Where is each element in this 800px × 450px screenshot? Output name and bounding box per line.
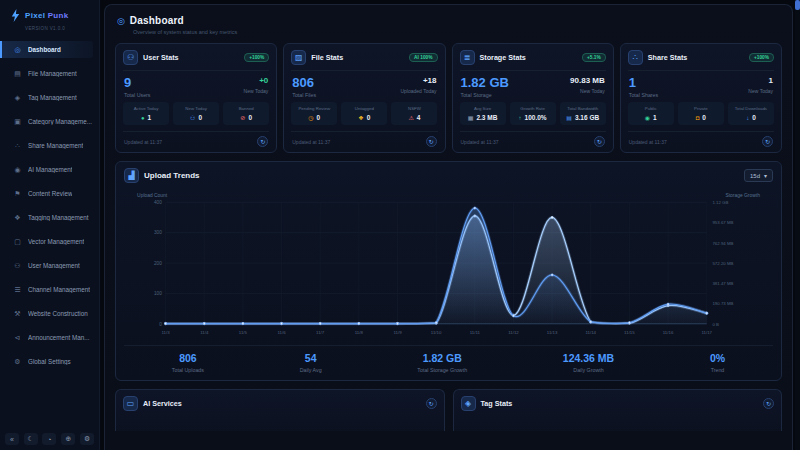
sidebar-item-share-management[interactable]: ∴Share Management bbox=[0, 137, 99, 154]
folder-icon: ▣ bbox=[13, 118, 22, 126]
sidebar-item-label: Global Settings bbox=[28, 358, 71, 365]
chevron-down-icon: ▾ bbox=[764, 172, 767, 179]
website-icon: ⚒ bbox=[13, 310, 22, 318]
sidebar-item-tagging-management[interactable]: ❖Tagging Management bbox=[0, 209, 99, 226]
sidebar-item-channel-management[interactable]: ☰Channel Management bbox=[0, 281, 99, 298]
mini-metric-label: Banned bbox=[224, 106, 268, 111]
mini-metric-value: 1 bbox=[653, 114, 657, 121]
summary-value: 54 bbox=[300, 352, 322, 364]
chart-svg: 010020030040011/311/411/511/611/711/811/… bbox=[124, 189, 773, 339]
mini-metric-label: Public bbox=[629, 106, 673, 111]
sidebar-item-announcement-man[interactable]: ⊲Announcement Man... bbox=[0, 329, 99, 346]
svg-text:11/10: 11/10 bbox=[431, 331, 442, 336]
sidebar-item-label: Dashboard bbox=[28, 46, 61, 53]
mini-metric-value: 0 bbox=[199, 114, 203, 121]
svg-text:190.73 MB: 190.73 MB bbox=[712, 302, 733, 307]
user-stats-card: ⚇User Stats+100%9Total Users+0New TodayA… bbox=[115, 43, 277, 153]
summary-label: Daily Growth bbox=[563, 367, 614, 373]
refresh-icon[interactable]: ↻ bbox=[426, 136, 437, 147]
secondary-value: 90.83 MB bbox=[570, 76, 605, 86]
sidebar-item-label: User Management bbox=[28, 262, 80, 269]
svg-text:200: 200 bbox=[154, 261, 162, 266]
card-title: User Stats bbox=[143, 53, 239, 62]
sidebar-item-vector-management[interactable]: ▢Vector Management bbox=[0, 233, 99, 250]
svg-text:0: 0 bbox=[159, 322, 162, 327]
svg-text:11/4: 11/4 bbox=[200, 331, 209, 336]
mini-metric-value: 100.0% bbox=[525, 114, 547, 121]
svg-text:11/17: 11/17 bbox=[701, 331, 712, 336]
svg-text:11/11: 11/11 bbox=[470, 331, 481, 336]
sidebar-item-label: File Management bbox=[28, 70, 77, 77]
refresh-icon[interactable]: ↻ bbox=[257, 136, 268, 147]
vector-icon: ▢ bbox=[13, 238, 22, 246]
sidebar-item-global-settings[interactable]: ⚙Global Settings bbox=[0, 353, 99, 370]
mini-metric-value: 0 bbox=[248, 114, 252, 121]
lightning-bolt-icon bbox=[10, 9, 21, 22]
app-logo: Pixel Punk bbox=[0, 0, 99, 26]
mini-metrics: Avg Size▦2.3 MBGrowth Rate↑100.0%Total B… bbox=[460, 102, 606, 131]
mini-metric-label: Pending Review bbox=[292, 106, 336, 111]
announcement-icon: ⊲ bbox=[13, 334, 22, 342]
mini-metric-active-today: Active Today●1 bbox=[123, 102, 169, 125]
svg-text:762.94 MB: 762.94 MB bbox=[712, 241, 733, 246]
summary-label: Total Storage Growth bbox=[417, 367, 467, 373]
sidebar-item-ai-management[interactable]: ◉AI Management bbox=[0, 161, 99, 178]
range-selector[interactable]: 15d ▾ bbox=[744, 169, 773, 182]
primary-label: Total Files bbox=[292, 92, 316, 98]
sidebar-item-label: Channel Management bbox=[28, 286, 90, 293]
card-title: File Stats bbox=[311, 53, 404, 62]
mini-metric-value: 4 bbox=[417, 114, 421, 121]
updated-timestamp: Updated at 11:37 bbox=[292, 139, 330, 145]
primary-value: 1.82 GB bbox=[461, 76, 509, 90]
collapse-icon[interactable]: « bbox=[5, 433, 19, 445]
svg-text:11/8: 11/8 bbox=[355, 331, 364, 336]
mini-metric-label: Private bbox=[679, 106, 723, 111]
sidebar-item-user-management[interactable]: ⚇User Management bbox=[0, 257, 99, 274]
tag-icon: ◈ bbox=[461, 396, 476, 411]
summary-trend: 0%Trend bbox=[710, 352, 725, 373]
refresh-icon[interactable]: ↻ bbox=[762, 136, 773, 147]
sidebar-item-file-management[interactable]: ▤File Management bbox=[0, 65, 99, 82]
sidebar-item-dashboard[interactable]: ◎Dashboard bbox=[0, 41, 93, 58]
sidebar-item-label: Announcement Man... bbox=[28, 334, 90, 341]
eye-icon: ◉ bbox=[645, 115, 650, 121]
sidebar-footer: «☾◔⊕⚙ bbox=[0, 433, 99, 445]
upload-trends-chart: 010020030040011/311/411/511/611/711/811/… bbox=[124, 189, 773, 343]
mini-metric-value: 2.3 MB bbox=[476, 114, 497, 121]
theme-moon-icon[interactable]: ☾ bbox=[24, 433, 38, 445]
share-stats-card: ∴Share Stats+100%1Total Shares1New Today… bbox=[620, 43, 782, 153]
svg-text:Upload Count: Upload Count bbox=[137, 193, 168, 198]
sidebar-item-tag-management[interactable]: ◈Tag Management bbox=[0, 89, 99, 106]
trends-summary-row: 806Total Uploads54Daily Avg1.82 GBTotal … bbox=[124, 345, 773, 380]
file-stats-card: ▨File StatsAI 100%806Total Files+18Uploa… bbox=[283, 43, 445, 153]
mini-metric-label: Untagged bbox=[342, 106, 386, 111]
svg-text:11/9: 11/9 bbox=[393, 331, 402, 336]
refresh-icon[interactable]: ↻ bbox=[594, 136, 605, 147]
language-globe-icon[interactable]: ⊕ bbox=[61, 433, 75, 445]
scrollbar-thumb[interactable] bbox=[795, 0, 800, 10]
gear-icon[interactable]: ⚙ bbox=[80, 433, 94, 445]
palette-icon[interactable]: ◔ bbox=[42, 433, 56, 445]
sidebar-item-label: Tagging Management bbox=[28, 214, 89, 221]
refresh-icon[interactable]: ↻ bbox=[763, 398, 774, 409]
settings-icon: ⚙ bbox=[13, 358, 22, 366]
sidebar-item-label: Category Manageme... bbox=[28, 118, 92, 125]
primary-label: Total Users bbox=[124, 92, 151, 98]
refresh-icon[interactable]: ↻ bbox=[426, 398, 437, 409]
ai-icon: ◉ bbox=[13, 166, 22, 174]
page-header: ◎ Dashboard Overview of system status an… bbox=[117, 15, 782, 35]
sidebar-item-content-review[interactable]: ⚑Content Review bbox=[0, 185, 99, 202]
secondary-label: New Today bbox=[244, 88, 269, 94]
check-circle-icon: ● bbox=[141, 115, 145, 121]
arrow-up-icon: ↑ bbox=[519, 115, 522, 121]
svg-text:300: 300 bbox=[154, 231, 162, 236]
sidebar-item-website-construction[interactable]: ⚒Website Construction bbox=[0, 305, 99, 322]
svg-text:1.12 GB: 1.12 GB bbox=[712, 200, 728, 205]
updated-timestamp: Updated at 11:37 bbox=[461, 139, 499, 145]
card-title: Storage Stats bbox=[480, 53, 578, 62]
app-version: VERSION V1.0.0 bbox=[0, 26, 99, 31]
sidebar-item-category-manageme[interactable]: ▣Category Manageme... bbox=[0, 113, 99, 130]
mini-metrics: Public◉1Private◘0Total Downloads↓0 bbox=[628, 102, 774, 131]
summary-label: Trend bbox=[710, 367, 725, 373]
trend-badge: +100% bbox=[244, 53, 269, 62]
